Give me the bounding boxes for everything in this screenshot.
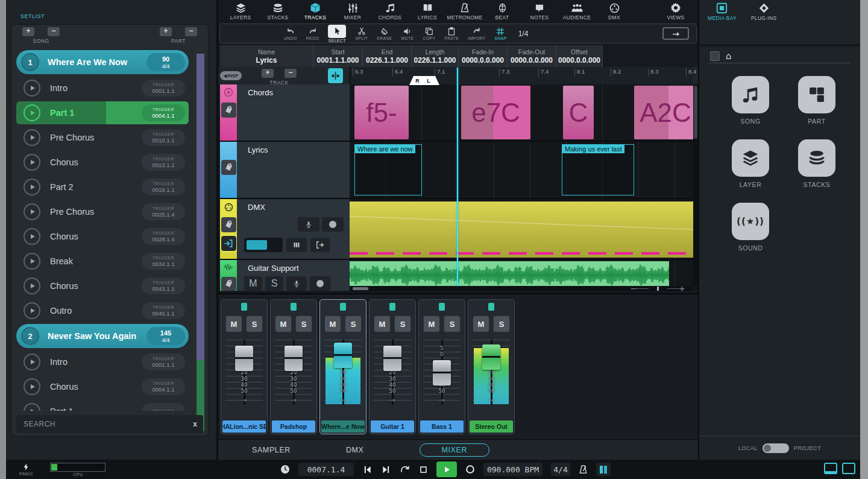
home-icon[interactable]: ⌂ (726, 51, 732, 62)
channel-name-label[interactable]: Guitar 1 (371, 420, 414, 433)
time-signature-display[interactable]: 4/4 (551, 463, 570, 476)
panic-button[interactable]: PANIC (19, 463, 33, 476)
info-field-value[interactable]: 0001.1.1.000 (316, 56, 359, 65)
dmx-track-lane[interactable] (350, 199, 698, 259)
channel-solo-button[interactable]: S (295, 316, 312, 332)
v-scroll-thumb[interactable] (694, 86, 697, 139)
remove-track-button[interactable]: − (285, 69, 297, 78)
part-play-button[interactable] (24, 378, 40, 395)
part-play-button[interactable] (24, 104, 40, 121)
media-item-layer[interactable]: LAYER (717, 139, 784, 188)
info-field-value[interactable]: Lyrics (256, 56, 277, 65)
add-part-button[interactable]: + (160, 27, 172, 36)
part-play-button[interactable] (24, 179, 40, 195)
chord-event[interactable]: e7C (461, 86, 530, 139)
channel-name-label[interactable]: Bass 1 (420, 420, 464, 433)
toolbar-tab-audience[interactable]: AUDIENCE (558, 2, 596, 21)
search-clear-button[interactable]: x (193, 420, 197, 428)
vertical-scrollbar[interactable] (693, 84, 698, 286)
toolbar-tab-beat[interactable]: BEAT (483, 2, 521, 21)
toolbar-tab-dmx[interactable]: DMX (596, 2, 633, 21)
info-field-value[interactable]: 0000.0.0.000 (558, 56, 600, 65)
remove-song-button[interactable]: − (48, 27, 60, 36)
part-play-button[interactable] (24, 253, 40, 270)
add-track-button[interactable]: + (262, 69, 274, 78)
channel-fader-handle[interactable] (334, 343, 352, 368)
toolbar-tab-mixer[interactable]: MIXER (334, 2, 371, 21)
lyrics-track-lane[interactable]: Where are we nowMaking us ever last (350, 142, 698, 198)
toolbar-tab-stacks[interactable]: STACKS (259, 2, 297, 21)
channel-fader-handle[interactable] (285, 346, 303, 371)
edit-tool-split[interactable]: SPLIT (355, 27, 368, 40)
mixer-channel-where-e-now[interactable]: MS20304050-∞Where...e Now (319, 299, 366, 434)
right-tab-media-bay[interactable]: MEDIA BAY (708, 2, 737, 21)
edit-tool-paste[interactable]: PASTE (445, 27, 459, 40)
song-row[interactable]: 1Where Are We Now904/4 (16, 50, 189, 74)
guitar-mic-button[interactable] (286, 276, 307, 291)
channel-mute-button[interactable]: M (374, 316, 391, 332)
part-play-button[interactable] (24, 154, 40, 171)
filter-checkbox[interactable] (710, 51, 720, 61)
chord-event[interactable]: f5- (354, 86, 409, 139)
media-item-button[interactable] (732, 139, 769, 177)
mixer-channel-bass-1[interactable]: MS504050-∞Bass 1 (418, 299, 465, 434)
channel-solo-button[interactable]: S (394, 316, 411, 332)
toolbar-tab-chords[interactable]: CHORDS (371, 2, 409, 21)
dmx-output-button[interactable] (310, 238, 330, 252)
horizontal-scrollbar[interactable]: −+ (350, 286, 693, 291)
chord-event[interactable]: C (563, 86, 594, 139)
setlist-minimap-scrollbar[interactable] (197, 54, 204, 431)
part-row-pre-chorus[interactable]: Pre ChorusTRIGGER0025.1.4 (16, 200, 189, 223)
media-item-button[interactable] (798, 139, 835, 177)
dmx-level-slider[interactable] (244, 238, 283, 252)
previous-part-button[interactable] (362, 465, 373, 474)
mixer-channel-guitar-1[interactable]: MS20304050-∞Guitar 1 (369, 299, 416, 434)
dmx-display-mode-button[interactable] (286, 238, 307, 252)
toolbar-tab-tracks[interactable]: TRACKS (297, 2, 334, 21)
media-item-button[interactable] (732, 76, 769, 113)
toolbar-tab-layers[interactable]: LAYERS (222, 2, 259, 21)
stop-button[interactable] (419, 465, 428, 474)
song-row[interactable]: 2Never Saw You Again1454/4 (16, 324, 189, 348)
toolbar-tab-notes[interactable]: NOTES (521, 2, 558, 21)
record-button[interactable] (465, 465, 475, 474)
part-row-part-2[interactable]: Part 2TRIGGER0019.1.1 (16, 176, 189, 198)
edit-tool-snap[interactable]: SNAP (494, 27, 506, 40)
part-row-part-1[interactable]: Part 1TRIGGER0004.1.1 (16, 101, 189, 124)
part-play-button[interactable] (24, 228, 40, 245)
part-row-intro[interactable]: IntroTRIGGER0001.1.1 (16, 351, 189, 373)
edit-tool-import[interactable]: IMPORT (468, 27, 485, 40)
part-row-pre-chorus[interactable]: Pre ChorusTRIGGER0010.1.1 (16, 126, 189, 149)
media-item-button[interactable] (798, 76, 835, 113)
next-part-button[interactable] (381, 465, 391, 474)
edit-tool-mute[interactable]: MUTE (401, 27, 414, 40)
info-field-value[interactable]: 0000.0.0.000 (511, 56, 553, 65)
edit-tool-erase[interactable]: ERASE (377, 27, 392, 40)
part-row-intro[interactable]: IntroTRIGGER0001.1.1 (16, 77, 189, 100)
channel-name-label[interactable]: HALion...nic SE (222, 420, 266, 433)
media-item-stacks[interactable]: STACKS (784, 139, 850, 188)
channel-mute-button[interactable]: M (225, 316, 242, 332)
toolbar-tab-lyrics[interactable]: LYRICS (409, 2, 446, 21)
channel-fader-handle[interactable] (433, 360, 451, 385)
lyric-event[interactable]: Where are we now (354, 144, 422, 195)
info-field-value[interactable]: 0226.1.1.000 (414, 56, 456, 65)
channel-name-label[interactable]: Where...e Now (321, 420, 365, 433)
toolbar-overflow-button[interactable]: → (662, 27, 689, 40)
part-row-outro[interactable]: OutroTRIGGER0046.1.1 (16, 299, 189, 322)
guitar-tag-button[interactable] (221, 277, 236, 291)
inspector-toggle-button[interactable]: ◀INSP (220, 71, 242, 80)
song-position-display[interactable]: 0007.1.4 (298, 463, 354, 476)
channel-fader-handle[interactable] (383, 346, 401, 371)
part-row-part-1[interactable]: Part 1TRIGGER (16, 400, 189, 411)
channel-solo-button[interactable]: S (493, 316, 510, 332)
channel-mute-button[interactable]: M (423, 316, 440, 332)
part-row-chorus[interactable]: ChorusTRIGGER0013.1.1 (16, 151, 189, 174)
setlist-button[interactable]: SETLIST (14, 2, 51, 19)
dmx-input-monitor-button[interactable] (221, 236, 236, 251)
timeline-ruler[interactable]: R L 6.36.47.17.37.48.18.28.38.4 (350, 67, 693, 84)
part-play-button[interactable] (24, 354, 40, 370)
lower-tab-dmx[interactable]: DMX (346, 446, 364, 454)
media-item-part[interactable]: PART (784, 76, 850, 125)
toolbar-tab-views[interactable]: VIEWS (657, 2, 694, 21)
